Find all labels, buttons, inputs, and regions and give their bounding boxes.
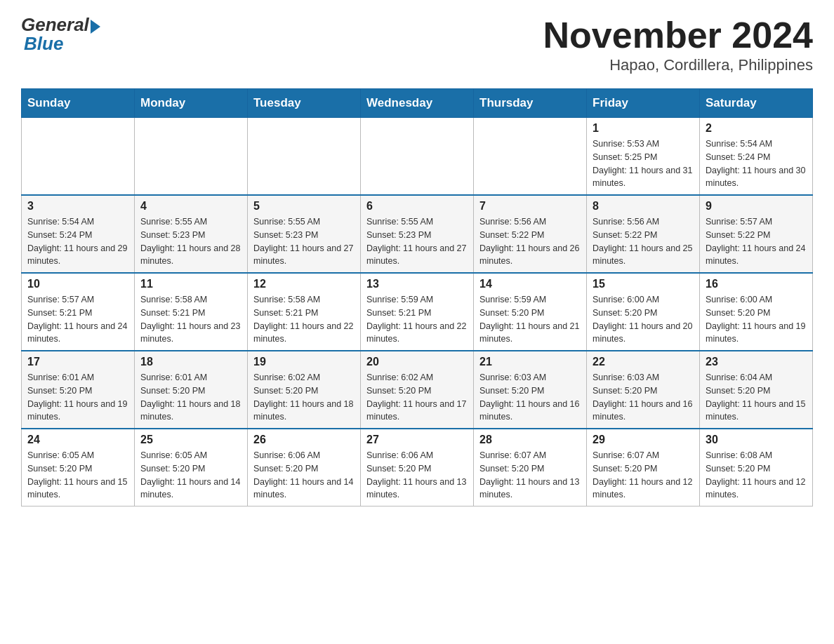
calendar-cell: 6Sunrise: 5:55 AMSunset: 5:23 PMDaylight… (361, 195, 474, 273)
calendar-cell: 27Sunrise: 6:06 AMSunset: 5:20 PMDayligh… (361, 429, 474, 507)
day-number: 17 (27, 356, 128, 368)
header-thursday: Thursday (474, 89, 587, 118)
day-number: 3 (27, 200, 128, 213)
calendar-cell: 29Sunrise: 6:07 AMSunset: 5:20 PMDayligh… (587, 429, 700, 507)
day-number: 7 (479, 200, 581, 213)
header-friday: Friday (587, 89, 700, 118)
day-number: 22 (593, 356, 694, 368)
calendar-cell: 19Sunrise: 6:02 AMSunset: 5:20 PMDayligh… (248, 351, 361, 429)
day-info: Sunrise: 5:53 AMSunset: 5:25 PMDaylight:… (593, 137, 694, 190)
day-number: 20 (366, 356, 468, 368)
day-info: Sunrise: 6:01 AMSunset: 5:20 PMDaylight:… (27, 371, 128, 424)
calendar-cell (22, 118, 135, 196)
day-number: 27 (366, 434, 468, 446)
day-info: Sunrise: 5:58 AMSunset: 5:21 PMDaylight:… (253, 293, 355, 346)
day-info: Sunrise: 6:08 AMSunset: 5:20 PMDaylight:… (706, 449, 807, 502)
header-wednesday: Wednesday (361, 89, 474, 118)
header-sunday: Sunday (22, 89, 135, 118)
calendar-cell: 5Sunrise: 5:55 AMSunset: 5:23 PMDaylight… (248, 195, 361, 273)
calendar-cell: 8Sunrise: 5:56 AMSunset: 5:22 PMDaylight… (587, 195, 700, 273)
day-number: 30 (706, 434, 807, 446)
day-number: 1 (593, 122, 694, 135)
day-info: Sunrise: 6:00 AMSunset: 5:20 PMDaylight:… (706, 293, 807, 346)
calendar-cell (361, 118, 474, 196)
calendar-cell: 10Sunrise: 5:57 AMSunset: 5:21 PMDayligh… (22, 273, 135, 351)
day-info: Sunrise: 5:55 AMSunset: 5:23 PMDaylight:… (253, 215, 355, 268)
header-saturday: Saturday (700, 89, 813, 118)
calendar-cell: 30Sunrise: 6:08 AMSunset: 5:20 PMDayligh… (700, 429, 813, 507)
day-number: 2 (706, 122, 807, 135)
calendar-cell: 18Sunrise: 6:01 AMSunset: 5:20 PMDayligh… (135, 351, 248, 429)
page-header: General Blue November 2024 Hapao, Cordil… (21, 14, 813, 74)
calendar-table: Sunday Monday Tuesday Wednesday Thursday… (21, 88, 813, 507)
day-info: Sunrise: 5:59 AMSunset: 5:21 PMDaylight:… (366, 293, 468, 346)
logo: General Blue (21, 14, 100, 55)
week-row-5: 24Sunrise: 6:05 AMSunset: 5:20 PMDayligh… (22, 429, 813, 507)
day-info: Sunrise: 6:07 AMSunset: 5:20 PMDaylight:… (479, 449, 581, 502)
day-info: Sunrise: 5:55 AMSunset: 5:23 PMDaylight:… (366, 215, 468, 268)
day-number: 5 (253, 200, 355, 213)
day-number: 19 (253, 356, 355, 368)
calendar-cell: 4Sunrise: 5:55 AMSunset: 5:23 PMDaylight… (135, 195, 248, 273)
day-number: 29 (593, 434, 694, 446)
day-number: 15 (593, 278, 694, 290)
calendar-cell: 3Sunrise: 5:54 AMSunset: 5:24 PMDaylight… (22, 195, 135, 273)
day-info: Sunrise: 6:07 AMSunset: 5:20 PMDaylight:… (593, 449, 694, 502)
day-info: Sunrise: 5:56 AMSunset: 5:22 PMDaylight:… (593, 215, 694, 268)
day-info: Sunrise: 6:02 AMSunset: 5:20 PMDaylight:… (366, 371, 468, 424)
calendar-cell: 11Sunrise: 5:58 AMSunset: 5:21 PMDayligh… (135, 273, 248, 351)
calendar-cell (474, 118, 587, 196)
week-row-1: 1Sunrise: 5:53 AMSunset: 5:25 PMDaylight… (22, 118, 813, 196)
header-monday: Monday (135, 89, 248, 118)
day-info: Sunrise: 6:00 AMSunset: 5:20 PMDaylight:… (593, 293, 694, 346)
day-info: Sunrise: 5:57 AMSunset: 5:21 PMDaylight:… (27, 293, 128, 346)
calendar-cell: 13Sunrise: 5:59 AMSunset: 5:21 PMDayligh… (361, 273, 474, 351)
day-info: Sunrise: 5:55 AMSunset: 5:23 PMDaylight:… (140, 215, 241, 268)
title-section: November 2024 Hapao, Cordillera, Philipp… (543, 14, 813, 74)
calendar-cell: 12Sunrise: 5:58 AMSunset: 5:21 PMDayligh… (248, 273, 361, 351)
calendar-cell: 17Sunrise: 6:01 AMSunset: 5:20 PMDayligh… (22, 351, 135, 429)
day-info: Sunrise: 6:06 AMSunset: 5:20 PMDaylight:… (366, 449, 468, 502)
day-info: Sunrise: 5:58 AMSunset: 5:21 PMDaylight:… (140, 293, 241, 346)
day-number: 9 (706, 200, 807, 213)
page-title: November 2024 (543, 14, 813, 56)
calendar-cell: 28Sunrise: 6:07 AMSunset: 5:20 PMDayligh… (474, 429, 587, 507)
day-number: 16 (706, 278, 807, 290)
logo-arrow-icon (91, 20, 100, 34)
calendar-cell: 23Sunrise: 6:04 AMSunset: 5:20 PMDayligh… (700, 351, 813, 429)
calendar-cell: 21Sunrise: 6:03 AMSunset: 5:20 PMDayligh… (474, 351, 587, 429)
day-info: Sunrise: 5:54 AMSunset: 5:24 PMDaylight:… (27, 215, 128, 268)
day-number: 23 (706, 356, 807, 368)
calendar-cell: 9Sunrise: 5:57 AMSunset: 5:22 PMDaylight… (700, 195, 813, 273)
day-info: Sunrise: 6:05 AMSunset: 5:20 PMDaylight:… (27, 449, 128, 502)
day-number: 4 (140, 200, 241, 213)
page-subtitle: Hapao, Cordillera, Philippines (543, 56, 813, 74)
day-number: 26 (253, 434, 355, 446)
calendar-cell: 22Sunrise: 6:03 AMSunset: 5:20 PMDayligh… (587, 351, 700, 429)
day-number: 10 (27, 278, 128, 290)
day-info: Sunrise: 5:54 AMSunset: 5:24 PMDaylight:… (706, 137, 807, 190)
calendar-cell: 1Sunrise: 5:53 AMSunset: 5:25 PMDaylight… (587, 118, 700, 196)
calendar-cell (248, 118, 361, 196)
calendar-cell: 20Sunrise: 6:02 AMSunset: 5:20 PMDayligh… (361, 351, 474, 429)
calendar-cell: 16Sunrise: 6:00 AMSunset: 5:20 PMDayligh… (700, 273, 813, 351)
header-tuesday: Tuesday (248, 89, 361, 118)
calendar-cell: 2Sunrise: 5:54 AMSunset: 5:24 PMDaylight… (700, 118, 813, 196)
day-info: Sunrise: 6:06 AMSunset: 5:20 PMDaylight:… (253, 449, 355, 502)
day-info: Sunrise: 6:04 AMSunset: 5:20 PMDaylight:… (706, 371, 807, 424)
day-info: Sunrise: 6:03 AMSunset: 5:20 PMDaylight:… (593, 371, 694, 424)
calendar-cell: 7Sunrise: 5:56 AMSunset: 5:22 PMDaylight… (474, 195, 587, 273)
week-row-3: 10Sunrise: 5:57 AMSunset: 5:21 PMDayligh… (22, 273, 813, 351)
calendar-cell: 26Sunrise: 6:06 AMSunset: 5:20 PMDayligh… (248, 429, 361, 507)
weekday-header-row: Sunday Monday Tuesday Wednesday Thursday… (22, 89, 813, 118)
day-info: Sunrise: 5:56 AMSunset: 5:22 PMDaylight:… (479, 215, 581, 268)
day-number: 11 (140, 278, 241, 290)
day-number: 8 (593, 200, 694, 213)
day-info: Sunrise: 6:05 AMSunset: 5:20 PMDaylight:… (140, 449, 241, 502)
day-number: 14 (479, 278, 581, 290)
day-info: Sunrise: 5:57 AMSunset: 5:22 PMDaylight:… (706, 215, 807, 268)
day-number: 18 (140, 356, 241, 368)
day-info: Sunrise: 6:02 AMSunset: 5:20 PMDaylight:… (253, 371, 355, 424)
day-info: Sunrise: 6:03 AMSunset: 5:20 PMDaylight:… (479, 371, 581, 424)
day-number: 12 (253, 278, 355, 290)
